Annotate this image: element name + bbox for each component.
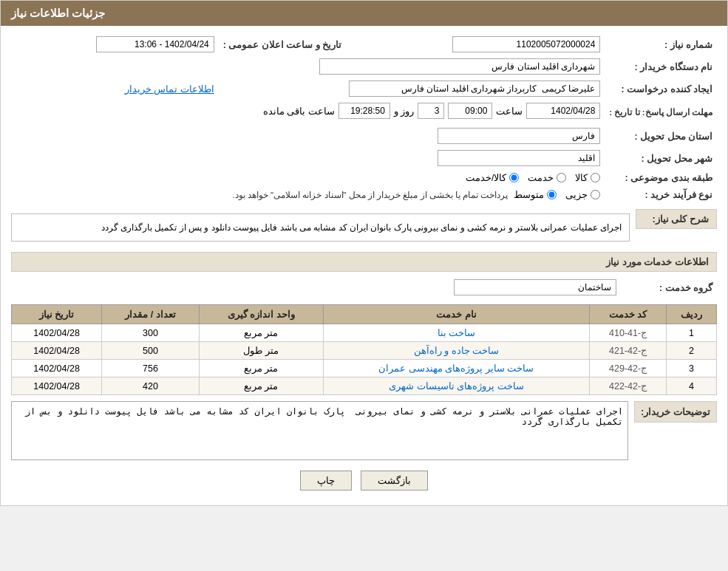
cell-tarikh: 1402/04/28 <box>12 324 102 342</box>
ostan-label: استان محل تحویل : <box>605 125 717 147</box>
cell-tarikh: 1402/04/28 <box>12 360 102 377</box>
radio-jozii[interactable]: جزیی <box>565 189 600 200</box>
table-row: 4 ج-42-422 ساخت پروژه‌های تاسیسات شهری م… <box>12 377 717 395</box>
radio-khadmat[interactable]: خدمت <box>528 172 566 183</box>
groheKhadmat-table: گروه خدمت : <box>11 276 717 298</box>
page-title: جزئیات اطلاعات نیاز <box>11 7 105 19</box>
mohlat-label: مهلت ارسال پاسخ: تا تاریخ : <box>605 100 717 125</box>
table-row: 2 ج-42-421 ساخت جاده و راه‌آهن متر طول 5… <box>12 342 717 360</box>
cell-radif: 1 <box>667 324 717 342</box>
noeFarayand-label: نوع فرآیند خرید : <box>605 186 717 203</box>
col-tedad: تعداد / مقدار <box>102 305 200 324</box>
tawzihat-row: توضیحات خریدار: <box>11 401 717 460</box>
cell-name[interactable]: ساخت سایر پروژه‌های مهندسی عمران <box>323 360 589 377</box>
cell-tedad: 420 <box>102 377 200 395</box>
col-kod: کد خدمت <box>589 305 666 324</box>
cell-vahed: متر مربع <box>199 360 323 377</box>
col-name: نام خدمت <box>323 305 589 324</box>
cell-tedad: 500 <box>102 342 200 360</box>
cell-tarikh: 1402/04/28 <box>12 342 102 360</box>
cell-kod: ج-41-410 <box>589 324 666 342</box>
cell-kod: ج-42-429 <box>589 360 666 377</box>
col-radif: ردیف <box>667 305 717 324</box>
noeFarayand-note: پرداخت تمام یا بخشی از مبلغ خریدار از مح… <box>232 190 508 200</box>
mohlat-baqi-label: ساعت باقی مانده <box>263 106 335 117</box>
cell-tedad: 300 <box>102 324 200 342</box>
groheKhadmat-label: گروه خدمت : <box>621 276 717 298</box>
cell-tarikh: 1402/04/28 <box>12 377 102 395</box>
mohlat-date-input[interactable] <box>526 103 600 119</box>
main-content: شماره نیاز : تاریخ و ساعت اعلان عمومی : … <box>1 26 727 505</box>
col-tarikh: تاریخ نیاز <box>12 305 102 324</box>
tarikh-label: تاریخ و ساعت اعلان عمومی : <box>219 33 350 55</box>
noeFarayand-radio-group: جزیی متوسط <box>514 189 600 200</box>
namDastgah-label: نام دستگاه خریدار : <box>605 55 717 78</box>
ostan-input[interactable] <box>438 128 600 144</box>
eijadKonande-input[interactable] <box>349 81 600 97</box>
cell-vahed: متر مربع <box>199 377 323 395</box>
radio-kala-khadmat[interactable]: کالا/خدمت <box>466 172 519 183</box>
radio-motevaset[interactable]: متوسط <box>514 189 557 200</box>
namDastgah-input[interactable] <box>319 58 600 75</box>
tawzihat-section-label: توضیحات خریدار: <box>634 401 717 423</box>
shomareNiaz-input[interactable] <box>452 36 600 52</box>
chap-button[interactable]: چاپ <box>300 471 352 490</box>
eijadKonande-label: ایجاد کننده درخواست : <box>605 78 717 100</box>
cell-radif: 2 <box>667 342 717 360</box>
shomareNiaz-label: شماره نیاز : <box>605 33 717 55</box>
mohlat-saat-input[interactable] <box>448 103 492 119</box>
mohlat-rooz-label: روز و <box>394 106 414 117</box>
bazgasht-button[interactable]: بازگشت <box>361 471 428 490</box>
tawzihat-textarea[interactable] <box>11 401 628 460</box>
ettelaatTamas-link[interactable]: اطلاعات تماس خریدار <box>125 84 214 95</box>
table-row: 3 ج-42-429 ساخت سایر پروژه‌های مهندسی عم… <box>12 360 717 377</box>
table-row: 1 ج-41-410 ساخت بنا متر مربع 300 1402/04… <box>12 324 717 342</box>
sharhKolli-section-label: شرح کلی نیاز: <box>636 209 717 229</box>
tarikh-input[interactable] <box>96 36 214 52</box>
shahr-label: شهر محل تحویل : <box>605 147 717 169</box>
radio-kala[interactable]: کالا <box>575 172 600 183</box>
mohlat-rooz-input[interactable] <box>418 103 444 119</box>
shahr-input[interactable] <box>438 150 600 166</box>
cell-name[interactable]: ساخت پروژه‌های تاسیسات شهری <box>323 377 589 395</box>
button-row: بازگشت چاپ <box>11 471 717 490</box>
cell-vahed: متر مربع <box>199 324 323 342</box>
cell-radif: 4 <box>667 377 717 395</box>
info-table: شماره نیاز : تاریخ و ساعت اعلان عمومی : … <box>11 33 717 203</box>
sharhKolli-value: اجرای عملیات عمرانی بلاستر و نرمه کشی و … <box>11 213 630 242</box>
tarifBandi-label: طبقه بندی موضوعی : <box>605 169 717 186</box>
etelaat-section-title: اطلاعات خدمات مورد نیاز <box>11 252 717 272</box>
groheKhadmat-input[interactable] <box>454 279 616 295</box>
cell-tedad: 756 <box>102 360 200 377</box>
page-wrapper: جزئیات اطلاعات نیاز شماره نیاز : تاریخ و… <box>0 0 728 506</box>
page-header: جزئیات اطلاعات نیاز <box>1 1 727 26</box>
cell-kod: ج-42-422 <box>589 377 666 395</box>
col-vahed: واحد اندازه گیری <box>199 305 323 324</box>
cell-name[interactable]: ساخت بنا <box>323 324 589 342</box>
services-table: ردیف کد خدمت نام خدمت واحد اندازه گیری ت… <box>11 304 717 395</box>
cell-name[interactable]: ساخت جاده و راه‌آهن <box>323 342 589 360</box>
sharhKolli-row: شرح کلی نیاز: اجرای عملیات عمرانی بلاستر… <box>11 209 717 246</box>
cell-vahed: متر طول <box>199 342 323 360</box>
mohlat-saat-label: ساعت <box>496 106 523 117</box>
tarifBandi-radio-group: کالا خدمت کالا/خدمت <box>16 172 600 183</box>
cell-radif: 3 <box>667 360 717 377</box>
mohlat-baqi-input[interactable] <box>339 103 390 119</box>
cell-kod: ج-42-421 <box>589 342 666 360</box>
